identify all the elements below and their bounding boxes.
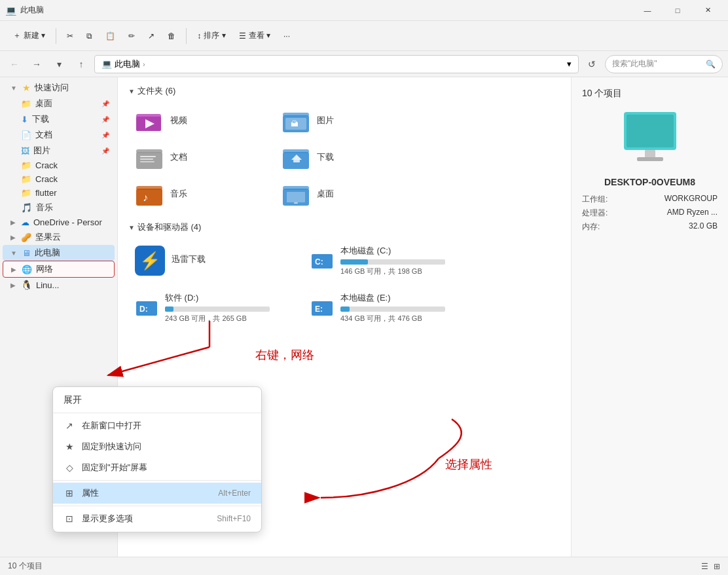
linux-expand-icon: ▶	[10, 282, 16, 289]
cut-icon: ✂	[67, 31, 73, 41]
folder-music-icon: ♪	[135, 181, 165, 207]
ctx-properties-label: 属性	[82, 487, 99, 499]
d-drive-icon: D:	[135, 297, 158, 318]
c-drive-icon: C:	[310, 250, 334, 271]
sidebar-item-documents[interactable]: 📄 文档 📌	[3, 127, 115, 143]
folder-picture-label: 图片	[317, 115, 334, 126]
sidebar-item-crack2[interactable]: 📁 Crack	[3, 172, 115, 186]
more-button[interactable]: ···	[278, 29, 295, 43]
search-box[interactable]: 搜索"此电脑" 🔍	[605, 55, 723, 73]
search-placeholder: 搜索"此电脑"	[612, 58, 657, 69]
sidebar-item-network[interactable]: ▶ 🌐 网络	[3, 261, 115, 278]
new-button[interactable]: ＋ 新建 ▾	[8, 28, 50, 44]
dropdown-button[interactable]: ▾	[50, 55, 68, 73]
folder-item-document[interactable]: 文档	[128, 140, 272, 174]
this-pc-icon: 🖥	[22, 248, 31, 258]
ctx-properties[interactable]: ⊞ 属性 Alt+Enter	[53, 483, 261, 504]
up-button[interactable]: ↑	[72, 55, 90, 73]
sidebar-quickaccess[interactable]: ▼ ★ 快速访问	[3, 80, 115, 96]
sidebar-item-downloads[interactable]: ⬇ 下载 📌	[3, 111, 115, 127]
right-panel: 10 个项目 DESKTOP-0OVEUM8 工作组: WORKGROUP 处理…	[571, 77, 728, 557]
item-count-label: 10 个项目	[582, 88, 718, 100]
sidebar-item-pictures[interactable]: 🖼 图片 📌	[3, 143, 115, 158]
forward-button[interactable]: →	[27, 55, 46, 73]
ctx-open-new-label: 在新窗口中打开	[82, 420, 141, 432]
folder-item-music[interactable]: ♪ 音乐	[128, 177, 272, 211]
title-bar: 💻 此电脑 — □ ✕	[0, 0, 728, 21]
linux-icon: 🐧	[21, 280, 32, 290]
folder-grid: 视频 🏔 图片	[128, 103, 560, 211]
sidebar-item-jianguoyun[interactable]: ▶ 🥜 坚果云	[3, 229, 115, 245]
folders-header-text: 文件夹 (6)	[137, 85, 176, 97]
ctx-more-options-label: 显示更多选项	[82, 513, 133, 525]
device-info: 工作组: WORKGROUP 处理器: AMD Ryzen ... 内存: 32…	[582, 194, 718, 232]
drive-item-d[interactable]: D: 软件 (D:) 243 GB 可用，共 265 GB	[128, 287, 299, 329]
back-button[interactable]: ←	[5, 55, 24, 73]
sidebar-item-thispc[interactable]: ▼ 🖥 此电脑	[3, 245, 115, 261]
sidebar-item-linux[interactable]: ▶ 🐧 Linu...	[3, 278, 115, 292]
svg-rect-15	[293, 160, 300, 162]
sidebar-item-desktop[interactable]: 📁 桌面 📌	[3, 96, 115, 111]
sidebar-item-crack1[interactable]: 📁 Crack	[3, 158, 115, 172]
pin-icon-pic: 📌	[101, 147, 109, 155]
cut-button[interactable]: ✂	[62, 29, 79, 43]
ctx-more-options[interactable]: ⊡ 显示更多选项 Shift+F10	[53, 508, 261, 529]
ctx-properties-shortcut: Alt+Enter	[218, 489, 251, 498]
d-drive-name: 软件 (D:)	[165, 292, 292, 304]
share-button[interactable]: ↗	[143, 29, 160, 43]
folders-chevron: ▼	[128, 88, 135, 95]
cloud-icon: ☁	[21, 217, 29, 227]
svg-rect-30	[627, 115, 674, 147]
view-button[interactable]: ☰ 查看 ▾	[234, 28, 276, 44]
path-text: 此电脑	[115, 58, 140, 70]
drive-item-c[interactable]: C: 本地磁盘 (C:) 146 GB 可用，共 198 GB	[304, 240, 474, 282]
ram-value: 32.0 GB	[689, 221, 718, 232]
xunlei-icon: ⚡	[135, 246, 165, 276]
folder-item-picture[interactable]: 🏔 图片	[275, 103, 419, 138]
title-bar-icon: 💻	[5, 5, 16, 16]
folder-item-desktop[interactable]: 桌面	[275, 177, 419, 211]
c-drive-name: 本地磁盘 (C:)	[340, 245, 467, 257]
address-dropdown[interactable]: ▾	[567, 59, 572, 69]
sidebar-documents-label: 文档	[35, 129, 52, 141]
list-view-icon[interactable]: ☰	[701, 562, 708, 571]
cpu-row: 处理器: AMD Ryzen ...	[582, 208, 718, 219]
d-drive-info: 软件 (D:) 243 GB 可用，共 265 GB	[165, 292, 292, 324]
pin-icon-doc: 📌	[101, 132, 109, 139]
grid-view-icon[interactable]: ⊞	[714, 562, 720, 571]
drives-header-text: 设备和驱动器 (4)	[137, 221, 202, 233]
address-input[interactable]: 💻 此电脑 › ▾	[94, 55, 579, 73]
ctx-pin-start[interactable]: ◇ 固定到"开始"屏幕	[53, 457, 261, 478]
copy-button[interactable]: ⧉	[81, 29, 98, 43]
sidebar-thispc-label: 此电脑	[35, 247, 60, 259]
ctx-expand[interactable]: 展开	[53, 390, 261, 411]
drives-section-header: ▼ 设备和驱动器 (4)	[128, 221, 560, 233]
sort-button[interactable]: ↕ 排序 ▾	[192, 28, 230, 44]
folder-music-label: 音乐	[170, 188, 187, 200]
drive-item-xunlei[interactable]: ⚡ 迅雷下载	[128, 240, 299, 282]
sidebar-item-onedrive[interactable]: ▶ ☁ OneDrive - Persor	[3, 215, 115, 229]
delete-button[interactable]: 🗑	[162, 29, 181, 43]
paste-button[interactable]: 📋	[100, 29, 120, 43]
sidebar-jgy-label: 坚果云	[35, 231, 61, 243]
sidebar-pictures-label: 图片	[33, 145, 50, 157]
sidebar-item-music[interactable]: 🎵 音乐	[3, 200, 115, 215]
drive-item-e[interactable]: E: 本地磁盘 (E:) 434 GB 可用，共 476 GB	[304, 287, 474, 329]
maximize-button[interactable]: □	[663, 0, 693, 21]
open-new-icon: ↗	[64, 420, 75, 431]
e-drive-name: 本地磁盘 (E:)	[340, 292, 467, 304]
xunlei-info: 迅雷下载	[172, 253, 292, 268]
refresh-button[interactable]: ↺	[583, 55, 601, 73]
rename-button[interactable]: ✏	[123, 29, 140, 43]
folder-document-label: 文档	[170, 151, 187, 163]
music-icon: 🎵	[21, 202, 32, 213]
folder-item-download[interactable]: 下载	[275, 140, 419, 174]
close-button[interactable]: ✕	[693, 0, 723, 21]
minimize-button[interactable]: —	[632, 0, 663, 21]
ctx-pin-quick[interactable]: ★ 固定到快速访问	[53, 436, 261, 457]
svg-rect-10	[140, 158, 153, 160]
folder-desktop-icon	[282, 181, 312, 207]
folder-item-video[interactable]: 视频	[128, 103, 272, 138]
sidebar-item-flutter[interactable]: 📁 flutter	[3, 186, 115, 200]
ctx-open-new[interactable]: ↗ 在新窗口中打开	[53, 415, 261, 436]
